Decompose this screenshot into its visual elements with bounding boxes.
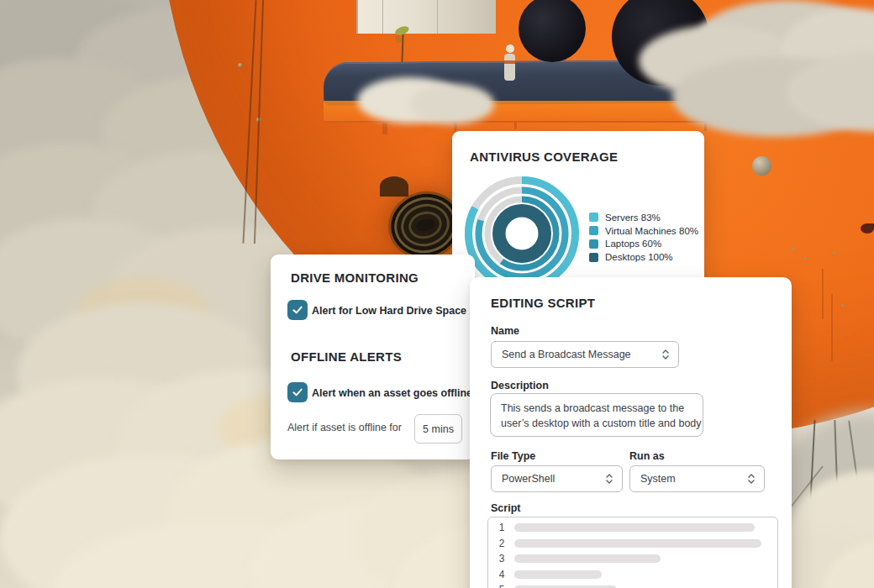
name-label: Name (491, 325, 519, 337)
maroon-detail (861, 223, 874, 234)
code-line-pill (514, 570, 602, 579)
code-line: 5 (488, 582, 777, 588)
chart-legend: Servers 83% Virtual Machines 80% Laptops… (589, 211, 698, 264)
legend-item: Desktops 100% (589, 250, 698, 264)
script-label: Script (491, 502, 520, 514)
offline-duration-value: 5 mins (423, 423, 454, 435)
checkbox-asset-offline[interactable] (287, 382, 308, 402)
plant-decoration (395, 35, 402, 43)
person-figure (504, 60, 515, 64)
legend-label: Laptops 60% (605, 239, 661, 249)
run-as-value: System (630, 473, 747, 485)
code-line-pill (514, 539, 761, 548)
legend-item: Servers 83% (589, 211, 698, 224)
line-number: 5 (496, 584, 508, 588)
line-number: 1 (496, 522, 508, 533)
card-title: EDITING SCRIPT (491, 296, 595, 310)
code-line-pill (514, 523, 755, 532)
legend-swatch (589, 213, 598, 222)
run-as-select[interactable]: System (629, 465, 765, 492)
code-line: 1 (488, 520, 777, 536)
chevron-updown-icon (605, 472, 613, 486)
legend-swatch (589, 253, 598, 262)
code-line-pill (514, 554, 661, 563)
line-number: 2 (496, 538, 508, 549)
chevron-updown-icon (661, 348, 670, 361)
paint-drip (831, 294, 833, 361)
check-icon (291, 303, 304, 317)
paint-drip (514, 123, 517, 129)
speck (833, 252, 835, 255)
legend-item: Laptops 60% (589, 238, 698, 251)
person-figure (504, 54, 515, 81)
run-as-label: Run as (629, 450, 665, 462)
wall-joint (382, 0, 383, 34)
description-label: Description (491, 380, 549, 391)
paint-drip (382, 123, 387, 134)
cabin-wall (356, 0, 496, 34)
legend-swatch (589, 239, 598, 249)
name-select-value: Send a Broadcast Message (492, 349, 661, 360)
line-number: 3 (496, 553, 508, 564)
card-title: ANTIVIRUS COVERAGE (470, 150, 618, 164)
antivirus-coverage-card: ANTIVIRUS COVERAGE Servers 83% Virtual M… (452, 131, 704, 301)
checkbox-low-drive-space[interactable] (287, 300, 308, 320)
speck (841, 304, 844, 307)
checkbox-label: Alert when an asset goes offline (312, 387, 472, 399)
description-textarea[interactable]: This sends a broadcast message to the us… (490, 393, 703, 437)
section-title: OFFLINE ALERTS (291, 349, 402, 364)
file-type-label: File Type (491, 450, 535, 462)
legend-label: Desktops 100% (605, 252, 673, 262)
checkbox-label: Alert for Low Hard Drive Space (312, 305, 466, 317)
line-number: 4 (496, 569, 508, 580)
code-line: 4 (488, 567, 777, 583)
code-line: 2 (488, 536, 777, 552)
offline-duration-label: Alert if asset is offline for (287, 422, 402, 433)
rivet (238, 63, 243, 68)
file-type-value: PowerShell (492, 473, 605, 485)
marketing-screenshot: ANTIVIRUS COVERAGE Servers 83% Virtual M… (0, 0, 874, 588)
engine-cowl (380, 176, 408, 197)
legend-swatch (589, 226, 598, 235)
legend-label: Servers 83% (605, 213, 661, 223)
cloud-puff (410, 84, 494, 124)
legend-label: Virtual Machines 80% (605, 226, 698, 236)
wall-joint (437, 0, 438, 34)
speck (804, 257, 807, 260)
editing-script-card: EDITING SCRIPT Name Send a Broadcast Mes… (470, 277, 792, 588)
offline-duration-input[interactable]: 5 mins (414, 414, 462, 444)
legend-item: Virtual Machines 80% (589, 224, 698, 238)
card-title: DRIVE MONITORING (291, 270, 419, 285)
drive-monitoring-card: DRIVE MONITORING Alert for Low Hard Driv… (271, 255, 475, 459)
name-select[interactable]: Send a Broadcast Message (491, 341, 679, 368)
file-type-select[interactable]: PowerShell (491, 465, 623, 492)
person-figure (506, 45, 514, 53)
code-line: 3 (488, 551, 777, 567)
script-editor[interactable]: 1 2 3 4 5 (487, 517, 778, 588)
chevron-updown-icon (747, 472, 756, 486)
speck (792, 248, 794, 250)
check-icon (291, 386, 304, 399)
beige-sphere (752, 156, 771, 176)
paint-drip (822, 269, 824, 319)
